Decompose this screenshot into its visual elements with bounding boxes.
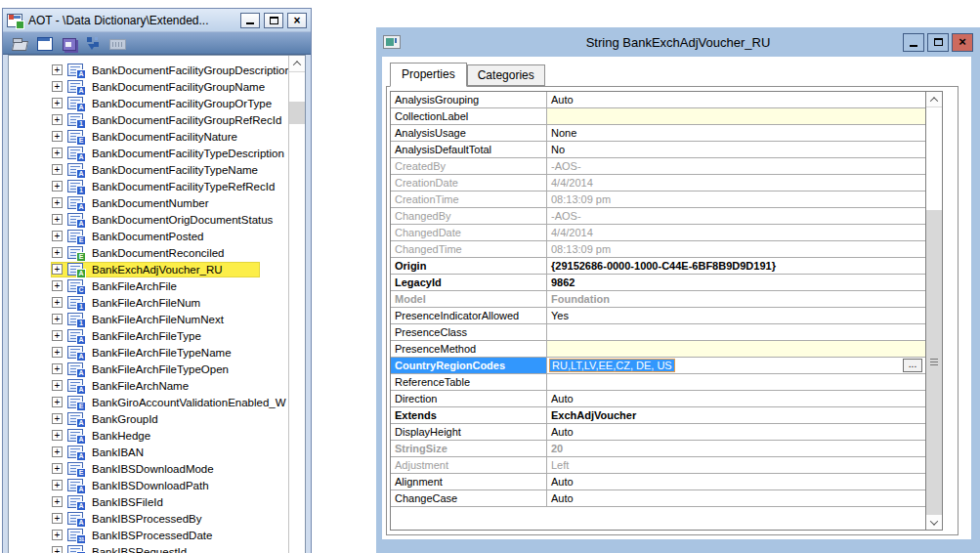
tree-item-BankDocumentReconciled[interactable]: E BankDocumentReconciled — [9, 244, 305, 261]
expand-icon[interactable] — [52, 197, 63, 208]
property-value[interactable]: Auto — [547, 490, 925, 506]
property-name[interactable]: Alignment — [391, 474, 547, 489]
expand-icon[interactable] — [52, 530, 63, 540]
property-value[interactable]: 4/4/2014 — [547, 175, 925, 191]
property-name[interactable]: LegacyId — [391, 275, 547, 290]
properties-maximize-button[interactable] — [927, 33, 949, 52]
tab-properties[interactable]: Properties — [390, 63, 467, 87]
property-value[interactable]: Auto — [547, 424, 925, 440]
scrollbar-track[interactable] — [926, 107, 942, 210]
tree-item-BankDocumentOrigDocumentStatus[interactable]: A BankDocumentOrigDocumentStatus — [9, 211, 305, 228]
property-value[interactable]: -AOS- — [547, 158, 925, 174]
property-value[interactable]: Auto — [547, 391, 925, 406]
tree-item-BankFileArchFileNumNext[interactable]: 1 BankFileArchFileNumNext — [9, 311, 305, 327]
property-value[interactable]: None — [547, 125, 925, 141]
expand-icon[interactable] — [52, 131, 63, 142]
expand-icon[interactable] — [52, 463, 63, 474]
new-window-icon[interactable] — [36, 36, 53, 51]
expand-icon[interactable] — [52, 280, 63, 291]
property-name[interactable]: ChangedBy — [391, 208, 547, 224]
open-icon[interactable] — [12, 36, 28, 51]
tree-item-BankIBSDownloadPath[interactable]: A BankIBSDownloadPath — [9, 477, 305, 493]
scrollbar-thumb[interactable] — [289, 102, 305, 124]
tree-item-BankIBSProcessedDate[interactable]: 31 BankIBSProcessedDate — [9, 527, 305, 543]
tree-item-BankIBSFileId[interactable]: A BankIBSFileId — [9, 493, 305, 510]
property-name[interactable]: Extends — [391, 407, 547, 423]
property-value[interactable] — [547, 324, 925, 340]
tree-item-BankDocumentFacilityTypeDescription[interactable]: A BankDocumentFacilityTypeDescription — [9, 145, 305, 161]
tree-item-BankFileArchFileNum[interactable]: 1 BankFileArchFileNum — [9, 294, 305, 311]
tree-item-BankDocumentFacilityTypeName[interactable]: A BankDocumentFacilityTypeName — [9, 161, 305, 178]
tab-categories[interactable]: Categories — [467, 64, 545, 86]
tree-item-BankGiroAccountValidationEnabled_W[interactable]: E BankGiroAccountValidationEnabled_W — [9, 394, 305, 410]
property-name[interactable]: CreationDate — [391, 175, 547, 191]
expand-icon[interactable] — [52, 513, 63, 524]
property-name[interactable]: PresenceMethod — [391, 341, 547, 357]
property-value[interactable]: Yes — [547, 308, 925, 323]
property-value[interactable]: Left — [547, 457, 925, 473]
expand-icon[interactable] — [52, 546, 63, 553]
ellipsis-button[interactable]: ... — [903, 359, 922, 372]
property-name[interactable]: AnalysisUsage — [391, 125, 547, 141]
tree-item-BankFileArchFileType[interactable]: A BankFileArchFileType — [9, 327, 305, 344]
tree-item-BankDocumentFacilityGroupOrType[interactable]: A BankDocumentFacilityGroupOrType — [9, 95, 305, 111]
tree-item-BankFileArchFile[interactable]: C BankFileArchFile — [9, 277, 305, 294]
expand-icon[interactable] — [52, 181, 63, 191]
property-value[interactable]: 9862 — [547, 275, 925, 290]
tree-item-BankFileArchName[interactable]: A BankFileArchName — [9, 377, 305, 394]
property-value[interactable]: Foundation — [547, 291, 925, 307]
expand-icon[interactable] — [52, 98, 63, 108]
expand-icon[interactable] — [52, 297, 63, 308]
property-value[interactable] — [547, 341, 925, 357]
property-value[interactable]: No — [547, 142, 925, 157]
expand-icon[interactable] — [52, 264, 63, 275]
scroll-down-button[interactable] — [926, 514, 942, 530]
property-value[interactable]: Auto — [547, 92, 925, 107]
property-name[interactable]: PresenceIndicatorAllowed — [391, 308, 547, 323]
property-name[interactable]: ChangeCase — [391, 490, 547, 506]
property-name[interactable]: AnalysisGrouping — [391, 92, 547, 107]
property-value[interactable]: 4/4/2014 — [547, 225, 925, 240]
expand-icon[interactable] — [52, 314, 63, 324]
tree-item-BankExchAdjVoucher_RU[interactable]: A BankExchAdjVoucher_RU — [9, 261, 305, 277]
property-name[interactable]: Adjustment — [391, 457, 547, 473]
tree-item-BankIBAN[interactable]: A BankIBAN — [9, 444, 305, 460]
tree-item-BankIBSRequestId[interactable]: A BankIBSRequestId — [9, 543, 305, 553]
tree-item-BankHedge[interactable]: A BankHedge — [9, 427, 305, 444]
property-value[interactable]: 08:13:09 pm — [547, 241, 925, 257]
scrollbar-thumb[interactable] — [926, 210, 942, 514]
aot-tree-scrollbar[interactable] — [288, 56, 305, 553]
property-name[interactable]: ReferenceTable — [391, 374, 547, 390]
properties-scrollbar[interactable] — [926, 91, 943, 531]
expand-icon[interactable] — [52, 480, 63, 490]
tree-item-BankDocumentPosted[interactable]: E BankDocumentPosted — [9, 228, 305, 244]
property-value[interactable] — [547, 108, 925, 124]
property-name[interactable]: CountryRegionCodes — [391, 358, 547, 373]
property-value[interactable]: -AOS- — [547, 208, 925, 224]
property-name[interactable]: CollectionLabel — [391, 108, 547, 124]
aot-titlebar[interactable]: AOT - \Data Dictionary\Extended... × — [3, 9, 311, 31]
property-name[interactable]: DisplayHeight — [391, 424, 547, 440]
property-value[interactable] — [547, 374, 925, 390]
scroll-up-button[interactable] — [926, 92, 942, 107]
expand-icon[interactable] — [52, 247, 63, 258]
tree-item-BankDocumentFacilityGroupRefRecId[interactable]: 1 BankDocumentFacilityGroupRefRecId — [9, 111, 305, 128]
tree-item-BankIBSProcessedBy[interactable]: A BankIBSProcessedBy — [9, 510, 305, 527]
expand-icon[interactable] — [52, 430, 63, 441]
property-value[interactable]: Auto — [547, 474, 925, 489]
property-value[interactable]: RU,LT,LV,EE,CZ, DE, US... — [547, 358, 925, 373]
aot-close-button[interactable]: × — [287, 13, 307, 28]
tree-item-BankFileArchFileTypeOpen[interactable]: A BankFileArchFileTypeOpen — [9, 361, 305, 377]
expand-icon[interactable] — [52, 397, 63, 407]
property-name[interactable]: ChangedTime — [391, 241, 547, 257]
import-icon[interactable] — [85, 36, 102, 51]
expand-icon[interactable] — [52, 231, 63, 241]
property-name[interactable]: Direction — [391, 391, 547, 406]
properties-titlebar[interactable]: String BankExchAdjVoucher_RU × — [376, 27, 980, 57]
property-name[interactable]: AnalysisDefaultTotal — [391, 142, 547, 157]
selected-value-text[interactable]: RU,LT,LV,EE,CZ, DE, US — [549, 359, 675, 372]
properties-close-button[interactable]: × — [952, 33, 973, 52]
property-name[interactable]: ChangedDate — [391, 225, 547, 240]
property-name[interactable]: PresenceClass — [391, 324, 547, 340]
expand-icon[interactable] — [52, 347, 63, 358]
